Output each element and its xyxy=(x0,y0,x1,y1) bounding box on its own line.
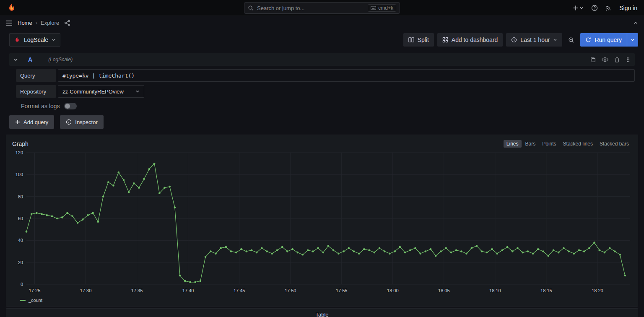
breadcrumb-bar: Home › Explore xyxy=(0,16,644,30)
chevron-down-icon xyxy=(553,38,557,42)
news-button[interactable] xyxy=(605,5,612,11)
series-color-dash-icon xyxy=(20,300,26,301)
shortcut-label: cmd+k xyxy=(378,5,393,11)
share-icon[interactable] xyxy=(64,20,70,26)
breadcrumb-home[interactable]: Home xyxy=(18,20,32,26)
chevron-down-icon xyxy=(52,38,56,42)
rss-icon xyxy=(605,5,612,11)
svg-text:17:45: 17:45 xyxy=(234,288,245,293)
new-menu-button[interactable] xyxy=(573,5,584,11)
split-button[interactable]: Split xyxy=(403,33,434,47)
mode-tab-stacked-bars[interactable]: Stacked bars xyxy=(597,140,632,148)
help-button[interactable] xyxy=(591,5,598,11)
hide-response-eye-icon[interactable] xyxy=(602,57,608,62)
explore-toolbar: LogScale Split Add to dashboard xyxy=(0,33,644,47)
collapse-chevron-up-icon[interactable] xyxy=(633,21,638,26)
remove-query-trash-icon[interactable] xyxy=(614,57,620,62)
query-row-header: A (LogScale) xyxy=(9,53,635,66)
repository-select[interactable]: zz-CommunityREPOview xyxy=(58,85,144,98)
query-datasource-hint: (LogScale) xyxy=(48,57,73,62)
graph-panel-title: Graph xyxy=(12,140,29,147)
apps-grid-icon xyxy=(442,37,448,43)
graph-panel: Graph Lines Bars Points Stacked lines St… xyxy=(6,135,638,307)
add-to-dashboard-button[interactable]: Add to dashboard xyxy=(437,33,503,47)
keyboard-icon xyxy=(371,6,376,10)
zoom-out-button[interactable] xyxy=(566,33,577,47)
clock-icon xyxy=(511,37,517,43)
query-editor-actions: Add query Inspector xyxy=(9,115,635,129)
format-as-logs-toggle[interactable] xyxy=(64,103,77,109)
chevron-down-icon xyxy=(579,6,584,10)
svg-text:0: 0 xyxy=(21,282,23,287)
mode-tab-bars[interactable]: Bars xyxy=(522,140,539,148)
add-to-dashboard-label: Add to dashboard xyxy=(452,36,498,43)
breadcrumb-explore[interactable]: Explore xyxy=(41,20,59,26)
toggle-knob xyxy=(65,104,70,109)
inspector-button[interactable]: Inspector xyxy=(60,115,103,129)
question-circle-icon xyxy=(591,5,598,11)
query-field-label: Query xyxy=(16,69,56,82)
grafana-logo-icon[interactable] xyxy=(7,3,17,13)
format-as-logs-row: Format as logs xyxy=(21,103,635,109)
svg-text:20: 20 xyxy=(18,260,23,265)
run-query-dropdown-button[interactable] xyxy=(627,33,638,47)
svg-text:120: 120 xyxy=(16,150,23,155)
datasource-name: LogScale xyxy=(24,36,48,43)
split-columns-icon xyxy=(408,37,414,43)
duplicate-query-icon[interactable] xyxy=(590,57,596,62)
time-range-label: Last 1 hour xyxy=(520,36,550,43)
run-query-button[interactable]: Run query xyxy=(580,33,627,47)
svg-text:40: 40 xyxy=(18,238,23,243)
search-icon xyxy=(248,5,254,11)
search-placeholder: Search or jump to... xyxy=(257,5,364,11)
time-range-picker[interactable]: Last 1 hour xyxy=(506,33,562,47)
mode-tab-lines[interactable]: Lines xyxy=(504,140,522,148)
mode-tab-points[interactable]: Points xyxy=(539,140,559,148)
add-query-button[interactable]: Add query xyxy=(9,115,54,129)
search-input[interactable]: Search or jump to... cmd+k xyxy=(244,2,400,14)
inspector-label: Inspector xyxy=(75,119,97,125)
svg-text:80: 80 xyxy=(18,194,23,199)
run-query-split-button: Run query xyxy=(580,33,638,47)
query-row-actions xyxy=(590,57,631,62)
graph-mode-tabs: Lines Bars Points Stacked lines Stacked … xyxy=(504,140,632,148)
zoom-out-icon xyxy=(568,37,574,43)
repository-field-label: Repository xyxy=(16,85,56,98)
graph-panel-header: Graph Lines Bars Points Stacked lines St… xyxy=(6,135,638,149)
chevron-down-icon xyxy=(631,38,635,42)
query-editor: A (LogScale) Query #type=kv | timeChart(… xyxy=(9,53,635,129)
info-circle-icon xyxy=(66,119,72,125)
mode-tab-stacked-lines[interactable]: Stacked lines xyxy=(560,140,596,148)
plus-icon xyxy=(15,120,20,125)
timeseries-chart[interactable]: 02040608010012017:2517:3017:3517:4017:45… xyxy=(10,149,635,297)
table-panel-title: Table xyxy=(6,309,638,317)
repository-field-row: Repository zz-CommunityREPOview xyxy=(16,85,635,98)
svg-text:17:55: 17:55 xyxy=(336,288,348,293)
repository-value: zz-CommunityREPOview xyxy=(62,88,124,95)
datasource-picker[interactable]: LogScale xyxy=(9,33,60,47)
collapse-chevron-down-icon[interactable] xyxy=(13,57,18,62)
drag-handle-icon[interactable] xyxy=(626,57,631,62)
svg-text:17:35: 17:35 xyxy=(131,288,143,293)
top-nav-bar: Search or jump to... cmd+k xyxy=(0,0,644,16)
svg-text:17:25: 17:25 xyxy=(29,288,41,293)
svg-text:18:05: 18:05 xyxy=(438,288,450,293)
svg-text:100: 100 xyxy=(16,172,23,177)
query-field-row: Query #type=kv | timeChart() xyxy=(16,69,635,82)
query-ref-id[interactable]: A xyxy=(28,56,32,63)
chart-area: 02040608010012017:2517:3017:3517:4017:45… xyxy=(6,149,638,297)
sync-icon xyxy=(585,37,591,43)
hamburger-menu-icon[interactable] xyxy=(6,20,13,26)
breadcrumb-separator: › xyxy=(36,20,37,26)
svg-text:18:10: 18:10 xyxy=(489,288,501,293)
table-panel: Table xyxy=(6,308,638,317)
sign-in-link[interactable]: Sign in xyxy=(619,5,637,11)
chart-legend: _count xyxy=(20,297,638,304)
breadcrumb: Home › Explore xyxy=(18,20,59,26)
svg-text:17:50: 17:50 xyxy=(285,288,296,293)
logscale-logo-icon xyxy=(14,36,21,43)
shortcut-badge: cmd+k xyxy=(368,4,396,12)
query-input[interactable]: #type=kv | timeChart() xyxy=(58,69,635,82)
series-legend-label[interactable]: _count xyxy=(29,298,42,303)
svg-text:17:30: 17:30 xyxy=(80,288,92,293)
